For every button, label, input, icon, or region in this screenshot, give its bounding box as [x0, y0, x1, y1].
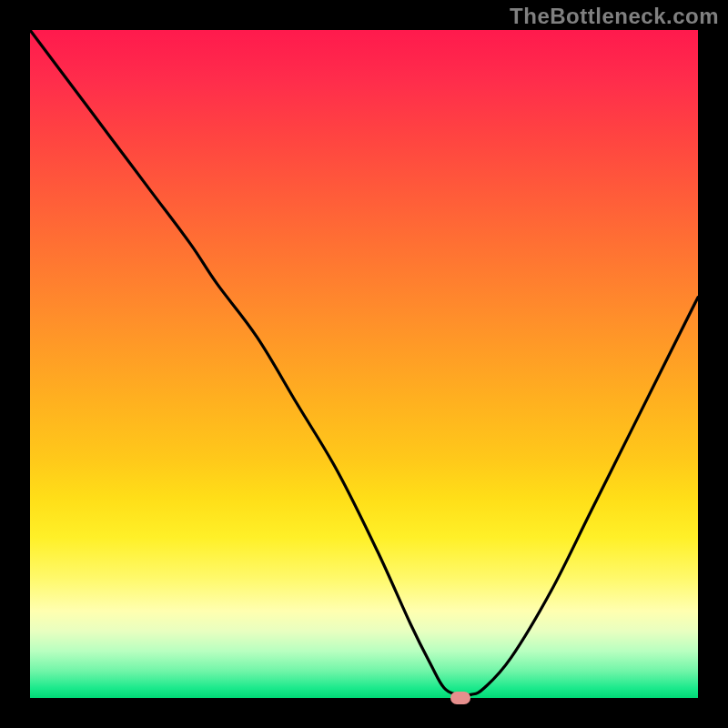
attribution-text: TheBottleneck.com [510, 4, 719, 29]
chart-stage: TheBottleneck.com [0, 0, 728, 728]
optimum-marker [450, 692, 470, 704]
bottleneck-curve [30, 30, 698, 698]
plot-area [30, 30, 698, 698]
